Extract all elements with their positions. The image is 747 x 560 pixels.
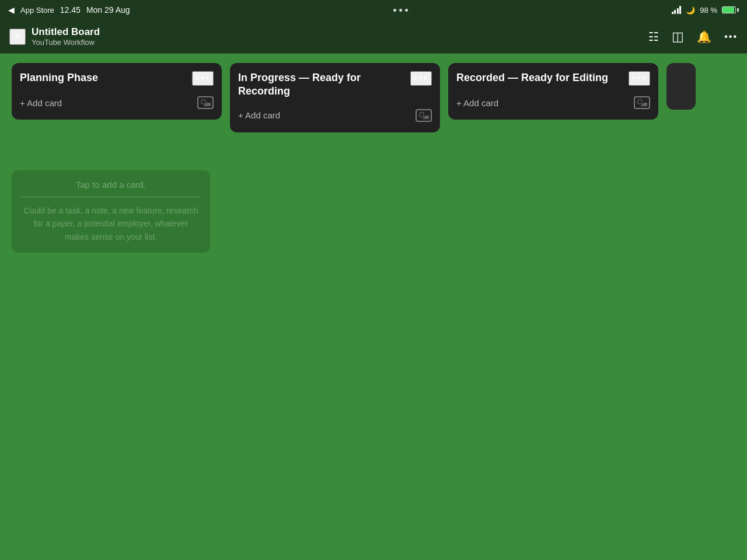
wifi-bar-2 [674, 10, 676, 14]
battery-body [722, 6, 736, 13]
time-label: 12.45 [60, 5, 81, 15]
battery-tip [737, 8, 739, 12]
ghost-card-body: Could be a task, a note, a new feature, … [21, 204, 201, 243]
moon-icon: 🌙 [686, 6, 695, 15]
battery-percent-label: 98 % [700, 6, 717, 15]
ghost-card: Tap to add a card. Could be a task, a no… [12, 170, 210, 253]
column-title-in-progress: In Progress — Ready for Recording [238, 71, 410, 99]
column-in-progress: In Progress — Ready for Recording ••• + … [230, 63, 440, 132]
close-button[interactable]: ✕ [9, 29, 26, 45]
more-icon[interactable]: ••• [724, 32, 738, 42]
wifi-bar-4 [679, 6, 681, 14]
column-menu-button-recorded[interactable]: ••• [629, 71, 650, 86]
wifi-bar-3 [677, 8, 679, 14]
ghost-card-title: Tap to add a card. [21, 180, 201, 197]
column-header-planning: Planning Phase ••• [20, 71, 214, 86]
app-store-label: App Store [20, 6, 54, 15]
board-content: Planning Phase ••• + Add card Tap to add… [0, 54, 747, 560]
battery-fill [722, 7, 734, 13]
image-icon-planning[interactable] [197, 96, 214, 109]
status-right: 🌙 98 % [672, 6, 739, 15]
date-label: Mon 29 Aug [86, 5, 130, 15]
add-card-button-in-progress[interactable]: + Add card [238, 110, 280, 120]
column-title-recorded: Recorded — Ready for Editing [456, 71, 629, 85]
status-bar: ◀ App Store 12.45 Mon 29 Aug 🌙 98 % [0, 0, 747, 20]
dot-3 [405, 9, 408, 12]
nav-bar: ✕ Untitled Board YouTube Workflow ☷ ◫ 🔔 … [0, 20, 747, 54]
column-recorded: Recorded — Ready for Editing ••• + Add c… [448, 63, 658, 120]
image-icon-recorded[interactable] [634, 96, 650, 109]
board-subtitle: YouTube Workflow [32, 38, 100, 47]
nav-right: ☷ ◫ 🔔 ••• [648, 29, 738, 44]
add-card-row-planning: + Add card [20, 94, 214, 111]
column-partial [666, 63, 696, 110]
column-menu-button-in-progress[interactable]: ••• [410, 71, 432, 86]
board-info: Untitled Board YouTube Workflow [32, 26, 100, 47]
dot-1 [393, 9, 396, 12]
nav-left: ✕ Untitled Board YouTube Workflow [9, 26, 100, 47]
column-header-recorded: Recorded — Ready for Editing ••• [456, 71, 650, 86]
wifi-bar-1 [672, 12, 673, 14]
battery-icon [722, 6, 739, 13]
add-card-button-recorded[interactable]: + Add card [456, 98, 498, 108]
column-header-in-progress: In Progress — Ready for Recording ••• [238, 71, 432, 99]
status-dots [393, 9, 408, 12]
filter-icon[interactable]: ☷ [648, 30, 659, 44]
wifi-icon [672, 6, 682, 14]
image-icon-in-progress[interactable] [416, 109, 432, 122]
column-title-planning: Planning Phase [20, 71, 192, 85]
bell-icon[interactable]: 🔔 [697, 30, 711, 44]
column-planning-phase: Planning Phase ••• + Add card [12, 63, 222, 120]
add-card-row-in-progress: + Add card [238, 107, 432, 124]
status-left: ◀ App Store 12.45 Mon 29 Aug [8, 5, 130, 15]
back-arrow-icon: ◀ [8, 5, 15, 15]
dot-2 [399, 9, 402, 12]
column-menu-button-planning[interactable]: ••• [192, 71, 214, 86]
add-card-row-recorded: + Add card [456, 94, 650, 111]
board-view-icon[interactable]: ◫ [672, 29, 684, 44]
add-card-button-planning[interactable]: + Add card [20, 98, 62, 108]
board-title: Untitled Board [32, 26, 100, 38]
